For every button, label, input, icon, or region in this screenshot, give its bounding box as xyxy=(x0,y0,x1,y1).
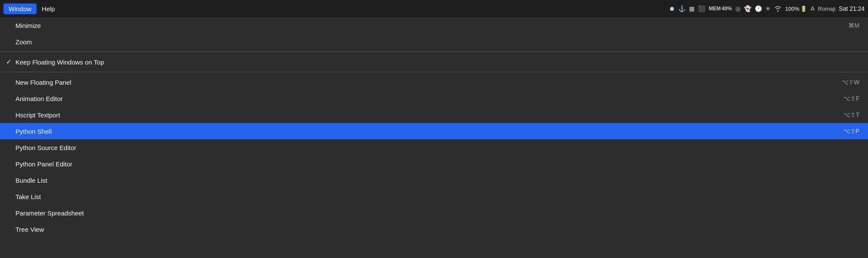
window-menu[interactable]: Window xyxy=(3,3,36,14)
history-icon: 🕐 xyxy=(755,5,762,12)
battery-icon: 🔋 xyxy=(800,6,807,12)
menu-separator xyxy=(0,72,868,72)
menu-item-text-tree-view: Tree View xyxy=(15,226,44,233)
docker-icon: ⚓ xyxy=(678,5,686,12)
menu-item-take-list[interactable]: Take List xyxy=(0,188,868,205)
menu-item-label-python-shell: Python Shell xyxy=(15,128,52,135)
menu-item-python-shell[interactable]: Python Shell⌥⇧P xyxy=(0,123,868,139)
menu-item-python-source-editor[interactable]: Python Source Editor xyxy=(0,139,868,156)
menu-item-label-minimize: Minimize xyxy=(15,22,41,29)
menu-item-text-bundle-list: Bundle List xyxy=(15,177,47,184)
menu-item-text-animation-editor: Animation Editor xyxy=(15,95,63,102)
menu-item-label-python-panel-editor: Python Panel Editor xyxy=(15,160,73,168)
record-icon: ⏺ xyxy=(669,5,675,12)
menu-item-label-hscript-textport: Hscript Textport xyxy=(15,111,60,119)
menu-item-new-floating-panel[interactable]: New Floating Panel⌥⇧W xyxy=(0,74,868,90)
menu-item-bundle-list[interactable]: Bundle List xyxy=(0,172,868,188)
help-menu[interactable]: Help xyxy=(36,3,60,14)
menu-item-text-parameter-spreadsheet: Parameter Spreadsheet xyxy=(15,209,84,217)
menu-item-text-zoom: Zoom xyxy=(15,38,32,46)
menu-item-python-panel-editor[interactable]: Python Panel Editor xyxy=(0,156,868,172)
menu-item-text-hscript-textport: Hscript Textport xyxy=(15,111,60,119)
menu-item-minimize[interactable]: Minimize⌘M xyxy=(0,17,868,34)
menu-item-keep-floating[interactable]: ✓Keep Floating Windows on Top xyxy=(0,54,868,70)
menu-bar-left: Window Help xyxy=(3,3,60,14)
bookmark-icon: ⬛ xyxy=(698,5,705,12)
shortcut-new-floating-panel: ⌥⇧W xyxy=(842,79,859,86)
battery-indicator: 100% 🔋 xyxy=(785,6,807,12)
mem-indicator: MEM 40% xyxy=(709,6,732,12)
menu-item-text-python-source-editor: Python Source Editor xyxy=(15,144,76,151)
menu-item-hscript-textport[interactable]: Hscript Textport⌥⇧T xyxy=(0,107,868,123)
keyboard-icon: A xyxy=(810,5,814,12)
user-label: Romaji xyxy=(818,6,835,12)
menu-item-animation-editor[interactable]: Animation Editor⌥⇧F xyxy=(0,90,868,107)
shortcut-python-shell: ⌥⇧P xyxy=(844,128,859,135)
shortcut-animation-editor: ⌥⇧F xyxy=(844,95,859,102)
battery-pct: 100% xyxy=(785,6,799,12)
menu-item-label-keep-floating: ✓Keep Floating Windows on Top xyxy=(4,58,104,66)
menu-item-label-python-source-editor: Python Source Editor xyxy=(15,144,76,151)
shortcut-minimize: ⌘M xyxy=(848,22,859,29)
menu-item-parameter-spreadsheet[interactable]: Parameter Spreadsheet xyxy=(0,205,868,221)
menu-item-label-bundle-list: Bundle List xyxy=(15,177,47,184)
menu-item-text-keep-floating: Keep Floating Windows on Top xyxy=(15,58,104,66)
bars-icon: ▦ xyxy=(689,5,695,12)
menu-item-text-python-panel-editor: Python Panel Editor xyxy=(15,160,73,168)
menu-bar-right: ⏺ ⚓ ▦ ⬛ MEM 40% ◎ 👻 🕐 ✳ 100% 🔋 A Romaji … xyxy=(669,5,865,12)
wifi-icon xyxy=(774,6,782,12)
menu-item-label-zoom: Zoom xyxy=(15,38,32,46)
menu-item-text-minimize: Minimize xyxy=(15,22,41,29)
menu-item-label-animation-editor: Animation Editor xyxy=(15,95,63,102)
mem-label: MEM xyxy=(709,6,721,12)
checkmark-icon: ✓ xyxy=(4,58,13,66)
menu-item-tree-view[interactable]: Tree View xyxy=(0,221,868,237)
clock[interactable]: Sat 21:24 xyxy=(839,5,865,12)
menu-item-text-new-floating-panel: New Floating Panel xyxy=(15,79,71,86)
menu-bar: Window Help ⏺ ⚓ ▦ ⬛ MEM 40% ◎ 👻 🕐 ✳ 100%… xyxy=(0,0,868,17)
shortcut-hscript-textport: ⌥⇧T xyxy=(844,111,859,118)
menu-item-text-take-list: Take List xyxy=(15,193,41,200)
window-dropdown: Minimize⌘MZoom✓Keep Floating Windows on … xyxy=(0,17,868,237)
bluetooth-icon: ✳ xyxy=(765,5,771,12)
menu-item-label-parameter-spreadsheet: Parameter Spreadsheet xyxy=(15,209,84,217)
menu-item-label-new-floating-panel: New Floating Panel xyxy=(15,79,71,86)
menu-item-label-take-list: Take List xyxy=(15,193,41,200)
menu-item-text-python-shell: Python Shell xyxy=(15,128,52,135)
mem-value: 40% xyxy=(722,6,732,12)
menu-item-label-tree-view: Tree View xyxy=(15,226,44,233)
menu-separator xyxy=(0,52,868,52)
webcam-icon: ◎ xyxy=(735,5,741,12)
ghost-icon: 👻 xyxy=(744,5,751,12)
menu-item-zoom[interactable]: Zoom xyxy=(0,34,868,50)
